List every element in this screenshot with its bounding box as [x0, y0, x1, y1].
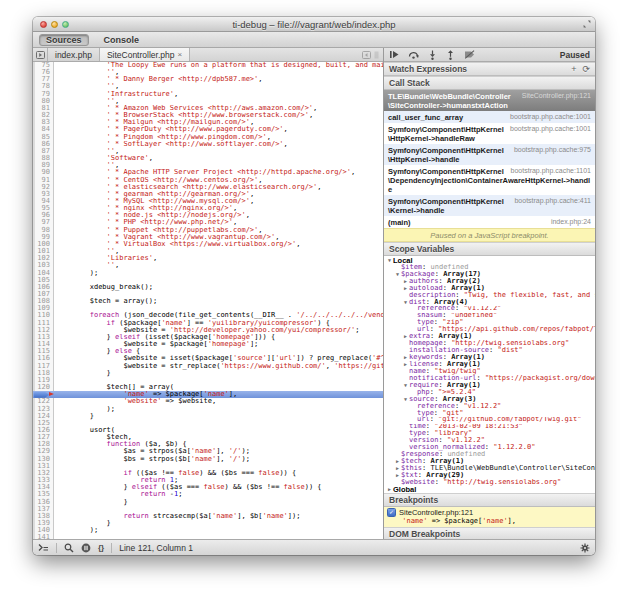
call-stack-frame[interactable]: bootstrap.php.cache:1001call_user_func_a… — [384, 111, 595, 123]
code-line-text: '', — [54, 83, 383, 90]
scope-variables-header[interactable]: Scope Variables — [384, 242, 595, 256]
step-into-icon[interactable] — [428, 50, 437, 60]
tab-sources[interactable]: Sources — [39, 34, 89, 46]
call-stack-frame[interactable]: bootstrap.php.cache:411Symfony\Component… — [384, 195, 595, 216]
code-line: 124 } — [33, 413, 383, 420]
scope-variable-row[interactable]: ▶authors: Array(2) — [384, 278, 595, 285]
expander-closed-icon[interactable]: ▶ — [402, 354, 409, 361]
fullscreen-icon[interactable] — [583, 20, 591, 30]
scope-variable-row[interactable]: installation-source: "dist" — [384, 347, 595, 354]
scope-variable-row[interactable]: ▶keywords: Array(1) — [384, 354, 595, 361]
scope-variable-row[interactable]: ▶$this: TLE\Bundle\WebBundle\Controller\… — [384, 465, 595, 472]
file-tab-index-php[interactable]: index.php — [48, 48, 100, 61]
close-tab-icon[interactable]: × — [177, 50, 182, 59]
scope-variable-row[interactable]: type: "git" — [384, 410, 595, 417]
expander-open-icon[interactable]: ▼ — [402, 382, 409, 389]
expander-open-icon[interactable]: ▼ — [402, 299, 409, 306]
call-stack-frame[interactable]: bootstrap.php.cache:975Symfony\Component… — [384, 144, 595, 165]
breakpoints-header[interactable]: Breakpoints — [384, 493, 595, 507]
expander-open-icon[interactable]: ▼ — [402, 396, 409, 403]
expander-closed-icon[interactable]: ▶ — [402, 278, 409, 285]
variable-value: "undefined" — [451, 313, 497, 320]
scope-variable-row[interactable]: reference: "v1.12.2" — [384, 403, 595, 410]
search-icon[interactable] — [64, 543, 74, 553]
scope-variable-row[interactable]: notification-url: "https://packagist.org… — [384, 375, 595, 382]
zoom-window-icon[interactable] — [62, 21, 69, 28]
call-stack-frame[interactable]: bootstrap.php.cache:1001Symfony\Componen… — [384, 123, 595, 144]
expander-closed-icon[interactable]: ▶ — [394, 458, 401, 465]
resume-script-icon[interactable] — [389, 50, 399, 59]
step-out-icon[interactable] — [446, 50, 455, 60]
file-tab-label: index.php — [55, 50, 92, 60]
scope-variable-row[interactable]: ▶license: Array(1) — [384, 361, 595, 368]
scope-variable-row[interactable]: url: "https://api.github.com/repos/fabpo… — [384, 326, 595, 333]
scope-variable-row[interactable]: time: "2013-02-09 18:21:53" — [384, 424, 595, 431]
expander-closed-icon[interactable]: ▶ — [394, 472, 401, 479]
scope-variable-row[interactable]: ▶$tech: Array(1) — [384, 458, 595, 465]
scope-section-row[interactable]: ▼Local — [384, 257, 595, 264]
scope-variable-row[interactable]: $item: undefined — [384, 264, 595, 271]
close-window-icon[interactable] — [40, 21, 47, 28]
call-stack-frame[interactable]: index.php:24(main) — [384, 216, 595, 228]
scope-variable-row[interactable]: ▶$txt: Array(29) — [384, 472, 595, 479]
code-line-text: ' * VirtualBox <https://www.virtualbox.o… — [54, 241, 383, 248]
scope-variable-row[interactable]: ▼require: Array(1) — [384, 382, 595, 389]
refresh-watch-icon[interactable]: ⟳ — [582, 65, 590, 74]
watch-expressions-title: Watch Expressions — [389, 64, 467, 74]
file-tab-sitecontroller-php[interactable]: SiteController.php × — [100, 48, 190, 61]
scope-variable-row[interactable]: ▶autoload: Array(1) — [384, 285, 595, 292]
scope-variable-row[interactable]: ▼$package: Array(17) — [384, 271, 595, 278]
scope-variable-row[interactable]: url: "git://github.com/fabpot/Twig.git" — [384, 417, 595, 424]
scope-variable-row[interactable]: ▶extra: Array(1) — [384, 333, 595, 340]
expander-open-icon[interactable]: ▼ — [386, 257, 393, 264]
scope-variable-row[interactable]: ▼source: Array(3) — [384, 396, 595, 403]
scope-variable-row[interactable]: type: "library" — [384, 430, 595, 437]
scope-variable-row[interactable]: $response: undefined — [384, 451, 595, 458]
scope-variable-row[interactable]: shasum: "undefined" — [384, 313, 595, 320]
watch-expressions-header[interactable]: Watch Expressions + ⟳ — [384, 62, 595, 76]
scope-variable-row[interactable]: description: "Twig, the flexible, fast, … — [384, 292, 595, 299]
scope-variable-row[interactable]: name: "twig/twig" — [384, 368, 595, 375]
expander-closed-icon[interactable]: ▶ — [402, 333, 409, 340]
scope-variable-row[interactable]: version: "v1.12.2" — [384, 437, 595, 444]
line-number-gutter[interactable]: 120 — [33, 384, 54, 391]
dom-breakpoints-header[interactable]: DOM Breakpoints — [384, 527, 595, 539]
call-stack-header[interactable]: Call Stack — [384, 76, 595, 90]
scope-variable-row[interactable]: type: "zip" — [384, 319, 595, 326]
code-line: 103 '', — [33, 262, 383, 269]
code-area[interactable]: 75 'The Loopy Ewe runs on a platform tha… — [33, 62, 383, 539]
panel-tab-bar: Sources Console — [33, 32, 595, 48]
scope-section-row[interactable]: ▶Global — [384, 486, 595, 493]
expander-closed-icon[interactable]: ▶ — [386, 486, 393, 493]
scope-variable-row[interactable]: version_normalized: "1.12.2.0" — [384, 444, 595, 451]
console-drawer-icon[interactable] — [38, 543, 49, 552]
call-stack-frame[interactable]: bootstrap.php.cache:1101Symfony\Componen… — [384, 165, 595, 195]
tab-console[interactable]: Console — [97, 34, 147, 46]
line-number-gutter[interactable]: 141 — [33, 534, 54, 539]
code-line: 118 } — [33, 370, 383, 377]
gear-icon[interactable] — [580, 543, 590, 553]
expander-closed-icon[interactable]: ▶ — [394, 465, 401, 472]
expander-closed-icon[interactable]: ▶ — [402, 285, 409, 292]
pretty-print-icon[interactable]: {} — [98, 543, 104, 552]
call-stack-frame[interactable]: SiteController.php:121TLE\Bundle\WebBund… — [384, 90, 595, 111]
add-watch-icon[interactable]: + — [571, 65, 576, 74]
scope-variable-row[interactable]: $website: "http://twig.sensiolabs.org" — [384, 479, 595, 486]
scope-variable-row[interactable]: php: ">=5.2.4" — [384, 389, 595, 396]
code-line: 138 return strcasecmp($a['name'], $b['na… — [33, 513, 383, 520]
breakpoint-checkbox[interactable]: ✓ — [387, 508, 396, 517]
breakpoint-entry[interactable]: ✓SiteController.php:121 'name' => $packa… — [384, 507, 595, 527]
toggle-breakpoints-icon[interactable] — [464, 50, 475, 59]
expander-open-icon[interactable]: ▼ — [394, 271, 401, 278]
minimize-window-icon[interactable] — [51, 21, 58, 28]
show-navigator-icon[interactable] — [33, 48, 48, 61]
step-over-icon[interactable] — [408, 50, 419, 59]
scope-variable-row[interactable]: ▼dist: Array(4) — [384, 299, 595, 306]
code-line-text: $as = strpos($a['name'], '/'); — [54, 448, 383, 455]
scope-variable-row[interactable]: reference: "v1.12.2" — [384, 306, 595, 313]
deactivate-breakpoints-icon[interactable] — [81, 543, 91, 553]
scope-variable-row[interactable]: homepage: "http://twig.sensiolabs.org" — [384, 340, 595, 347]
title-bar[interactable]: ti-debug – file:///vagrant/web/index.php — [33, 17, 595, 32]
name-value-separator: : — [422, 465, 430, 472]
expander-closed-icon[interactable]: ▶ — [402, 361, 409, 368]
